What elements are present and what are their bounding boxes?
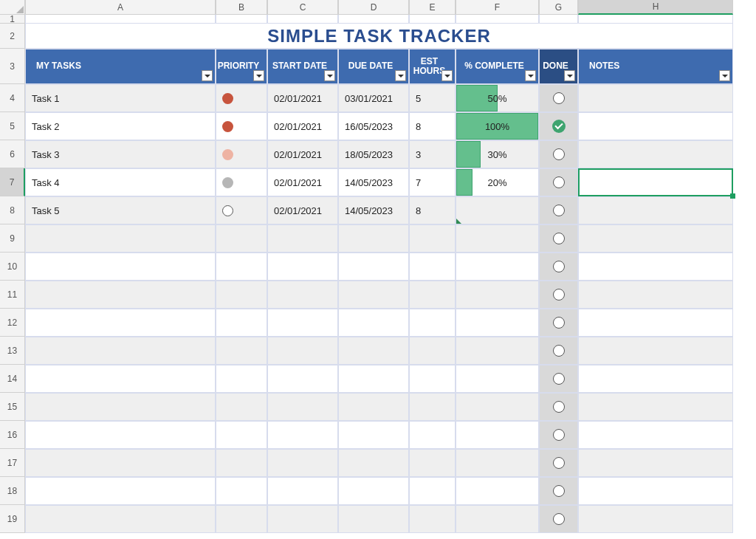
row-header-3[interactable]: 3 [0,49,25,84]
column-header-H[interactable]: H [578,0,733,15]
start-date-cell[interactable] [267,365,338,393]
notes-cell[interactable] [578,140,733,168]
due-date-cell[interactable] [338,421,409,449]
done-cell[interactable] [539,196,578,224]
done-cell[interactable] [539,309,578,337]
start-date-cell[interactable] [267,309,338,337]
notes-cell[interactable] [578,421,733,449]
row-header-14[interactable]: 14 [0,365,25,393]
row-header-11[interactable]: 11 [0,281,25,309]
due-date-cell[interactable]: 18/05/2023 [338,140,409,168]
filter-button-priority[interactable] [253,70,264,81]
est-hours-cell[interactable]: 8 [409,196,456,224]
start-date-cell[interactable] [267,421,338,449]
task-name-cell[interactable] [25,505,216,533]
task-name-cell[interactable]: Task 2 [25,112,216,140]
done-cell[interactable] [539,281,578,309]
notes-cell[interactable] [578,84,733,112]
task-name-cell[interactable] [25,309,216,337]
due-date-cell[interactable] [338,337,409,365]
pct-complete-cell[interactable] [456,196,539,224]
row-header-4[interactable]: 4 [0,84,25,112]
notes-cell[interactable] [578,337,733,365]
filter-button-done[interactable] [564,70,575,81]
est-hours-cell[interactable] [409,421,456,449]
pct-complete-cell[interactable] [456,449,539,477]
done-cell[interactable] [539,140,578,168]
est-hours-cell[interactable]: 3 [409,140,456,168]
row-header-16[interactable]: 16 [0,421,25,449]
notes-cell[interactable] [578,112,733,140]
cell-empty-top[interactable] [539,15,578,24]
row-header-12[interactable]: 12 [0,309,25,337]
done-cell[interactable] [539,365,578,393]
pct-complete-cell[interactable]: 30% [456,140,539,168]
select-all-corner[interactable] [0,0,25,15]
pct-complete-cell[interactable] [456,309,539,337]
done-cell[interactable] [539,253,578,281]
due-date-cell[interactable] [338,393,409,421]
cell-empty-top[interactable] [25,15,216,24]
row-header-6[interactable]: 6 [0,140,25,168]
task-name-cell[interactable] [25,477,216,505]
pct-complete-cell[interactable] [456,477,539,505]
column-header-G[interactable]: G [539,0,578,15]
task-name-cell[interactable] [25,281,216,309]
done-cell[interactable] [539,337,578,365]
row-header-7[interactable]: 7 [0,168,25,196]
due-date-cell[interactable] [338,365,409,393]
priority-cell[interactable] [216,449,267,477]
task-name-cell[interactable] [25,253,216,281]
notes-cell[interactable] [578,505,733,533]
est-hours-cell[interactable]: 5 [409,84,456,112]
notes-cell[interactable] [578,477,733,505]
est-hours-cell[interactable] [409,365,456,393]
done-cell[interactable] [539,224,578,253]
est-hours-cell[interactable] [409,337,456,365]
done-cell[interactable] [539,505,578,533]
column-header-E[interactable]: E [409,0,456,15]
pct-complete-cell[interactable]: 20% [456,168,539,196]
priority-cell[interactable] [216,309,267,337]
priority-cell[interactable] [216,84,267,112]
start-date-cell[interactable]: 02/01/2021 [267,168,338,196]
cell-empty-top[interactable] [216,15,267,24]
start-date-cell[interactable] [267,505,338,533]
start-date-cell[interactable] [267,337,338,365]
due-date-cell[interactable]: 03/01/2021 [338,84,409,112]
row-header-17[interactable]: 17 [0,449,25,477]
est-hours-cell[interactable] [409,253,456,281]
pct-complete-cell[interactable] [456,224,539,253]
row-header-9[interactable]: 9 [0,224,25,253]
pct-complete-cell[interactable] [456,421,539,449]
start-date-cell[interactable]: 02/01/2021 [267,196,338,224]
est-hours-cell[interactable] [409,505,456,533]
due-date-cell[interactable] [338,477,409,505]
notes-cell[interactable] [578,168,733,196]
filter-button-notes[interactable] [719,70,730,81]
due-date-cell[interactable]: 14/05/2023 [338,168,409,196]
cell-empty-top[interactable] [409,15,456,24]
est-hours-cell[interactable]: 7 [409,168,456,196]
row-header-15[interactable]: 15 [0,393,25,421]
done-cell[interactable] [539,393,578,421]
priority-cell[interactable] [216,196,267,224]
done-cell[interactable] [539,84,578,112]
pct-complete-cell[interactable]: 100% [456,112,539,140]
task-name-cell[interactable]: Task 1 [25,84,216,112]
row-header-8[interactable]: 8 [0,196,25,224]
task-name-cell[interactable] [25,337,216,365]
notes-cell[interactable] [578,393,733,421]
due-date-cell[interactable] [338,253,409,281]
cell-empty-top[interactable] [578,15,733,24]
est-hours-cell[interactable] [409,393,456,421]
due-date-cell[interactable] [338,505,409,533]
notes-cell[interactable] [578,281,733,309]
task-name-cell[interactable]: Task 5 [25,196,216,224]
pct-complete-cell[interactable] [456,253,539,281]
pct-complete-cell[interactable] [456,281,539,309]
row-header-19[interactable]: 19 [0,505,25,533]
pct-complete-cell[interactable] [456,505,539,533]
start-date-cell[interactable] [267,224,338,253]
priority-cell[interactable] [216,421,267,449]
